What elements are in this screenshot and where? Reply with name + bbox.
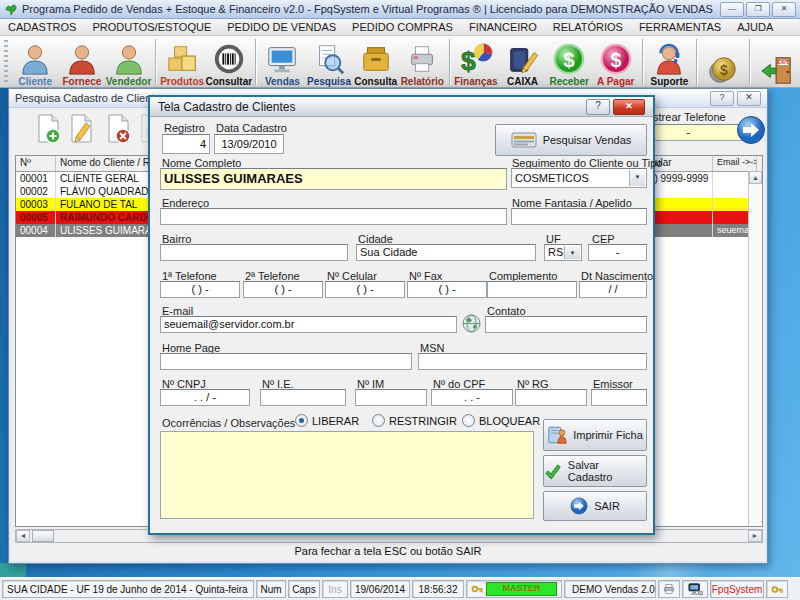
- exit-arrow-icon: [570, 497, 588, 515]
- toolbar-pesquisa-button[interactable]: Pesquisa: [306, 37, 353, 87]
- red-dollar-ball-icon: $: [599, 42, 633, 76]
- menu-produtos-estoque[interactable]: PRODUTOS/ESTOQUE: [84, 21, 219, 33]
- toolbar-separator: [696, 39, 697, 85]
- master-badge: MASTER: [486, 582, 557, 596]
- complemento-field[interactable]: [487, 281, 577, 298]
- edit-record-icon[interactable]: [69, 113, 95, 145]
- dialog-help-icon[interactable]: ?: [586, 99, 610, 115]
- col-header-email[interactable]: Email ->->->: [713, 156, 757, 171]
- data-cadastro-field[interactable]: 13/09/2010: [214, 134, 284, 154]
- cnpj-field[interactable]: . . / -: [160, 389, 250, 406]
- imprimir-ficha-button[interactable]: Imprimir Ficha: [543, 419, 647, 451]
- status-key[interactable]: [766, 580, 788, 598]
- nome-completo-field[interactable]: ULISSES GUIMARAES: [160, 168, 507, 190]
- close-icon[interactable]: ✕: [772, 2, 796, 17]
- tel1-field[interactable]: ( ) -: [160, 281, 240, 298]
- barcode-icon: [212, 42, 246, 76]
- im-field[interactable]: [355, 389, 427, 406]
- toolbar-vendas-button[interactable]: Vendas: [259, 37, 306, 87]
- pesquisar-vendas-button[interactable]: Pesquisar Vendas: [495, 124, 647, 156]
- email-field[interactable]: seuemail@servidor.com.br: [160, 316, 457, 333]
- toolbar-coin-button[interactable]: $: [700, 37, 747, 87]
- seguimento-select[interactable]: COSMETICOS ▼: [511, 168, 647, 188]
- uf-select[interactable]: RS ▼: [544, 244, 582, 261]
- vertical-scrollbar[interactable]: ▲: [748, 171, 762, 526]
- toolbar-consulta-button[interactable]: Consulta: [352, 37, 399, 87]
- toolbar-relatorio-button[interactable]: Relatório: [399, 37, 446, 87]
- scrollbar-thumb[interactable]: [32, 530, 54, 542]
- toolbar-produtos-button[interactable]: Produtos: [159, 37, 206, 87]
- celular-field[interactable]: ( ) -: [325, 281, 405, 298]
- toolbar-receber-button[interactable]: $ Receber: [546, 37, 593, 87]
- book-pencil-icon: [506, 42, 540, 76]
- menu-cadastros[interactable]: CADASTROS: [0, 21, 84, 33]
- msn-field[interactable]: [418, 353, 647, 370]
- toolbar-financas-button[interactable]: $ Finanças: [453, 37, 500, 87]
- svg-text:$: $: [720, 61, 728, 77]
- green-dollar-ball-icon: $: [552, 42, 586, 76]
- toolbar-caixa-button[interactable]: CAIXA: [499, 37, 546, 87]
- minimize-icon[interactable]: —: [720, 2, 744, 17]
- dollar-pie-icon: $: [459, 42, 493, 76]
- ie-field[interactable]: [260, 389, 346, 406]
- maximize-icon[interactable]: ❒: [746, 2, 770, 17]
- toolbar-consultar-button[interactable]: Consultar: [205, 37, 252, 87]
- registro-field[interactable]: 4: [162, 134, 210, 154]
- chevron-down-icon[interactable]: ▼: [629, 170, 645, 186]
- help-icon[interactable]: ?: [710, 91, 734, 106]
- scroll-right-icon[interactable]: ►: [748, 530, 762, 542]
- radio-bloquear[interactable]: BLOQUEAR: [462, 414, 540, 427]
- rg-field[interactable]: [515, 389, 587, 406]
- rastrear-go-button[interactable]: [736, 115, 766, 145]
- scroll-left-icon[interactable]: ◄: [16, 530, 30, 542]
- send-email-icon[interactable]: [462, 314, 481, 333]
- menu-ajuda[interactable]: AJUDA: [729, 21, 781, 33]
- toolbar-separator: [255, 39, 256, 85]
- menu-financeiro[interactable]: FINANCEIRO: [461, 21, 545, 33]
- menu-relatorios[interactable]: RELATÓRIOS: [545, 21, 631, 33]
- emissor-field[interactable]: [591, 389, 647, 406]
- fax-field[interactable]: ( ) -: [407, 281, 487, 298]
- nome-fantasia-field[interactable]: [511, 208, 647, 225]
- toolbar-vendedor-button[interactable]: Vendedor: [105, 37, 152, 87]
- cpf-field[interactable]: . . -: [431, 389, 513, 406]
- chevron-down-icon[interactable]: ▼: [564, 246, 580, 259]
- add-record-icon[interactable]: [36, 113, 62, 145]
- dialog-title: Tela Cadastro de Clientes: [158, 100, 295, 114]
- cidade-field[interactable]: Sua Cidade: [356, 244, 536, 261]
- menu-ferramentas[interactable]: FERRAMENTAS: [631, 21, 729, 33]
- tel2-field[interactable]: ( ) -: [243, 281, 323, 298]
- toolbar-suporte-button[interactable]: Suporte: [646, 37, 693, 87]
- cep-field[interactable]: -: [588, 244, 647, 261]
- ocorrencias-textarea[interactable]: [160, 431, 534, 519]
- close-icon[interactable]: ✕: [737, 91, 761, 106]
- ocorrencias-label: Ocorrências / Observações: [162, 417, 295, 429]
- dt-nascimento-field[interactable]: / /: [579, 281, 647, 298]
- home-page-field[interactable]: [160, 353, 412, 370]
- svg-text:EXIT: EXIT: [777, 59, 789, 65]
- toolbar-a-pagar-button[interactable]: $ A Pagar: [592, 37, 639, 87]
- status-brand: FpqSystem: [710, 580, 764, 598]
- salvar-cadastro-button[interactable]: Salvar Cadastro: [543, 455, 647, 487]
- computer-icon: [688, 583, 703, 596]
- toolbar-fornece-button[interactable]: Fornece: [59, 37, 106, 87]
- sair-button[interactable]: SAIR: [543, 491, 647, 521]
- col-header-num[interactable]: Nº: [16, 156, 56, 171]
- search-window-footer-hint: Para fechar a tela ESC ou botão SAIR: [9, 545, 767, 557]
- toolbar-exit-button[interactable]: EXIT: [753, 37, 800, 87]
- scroll-up-icon[interactable]: ▲: [749, 171, 762, 184]
- status-computer[interactable]: [682, 580, 708, 598]
- radio-liberar[interactable]: LIBERAR: [295, 414, 359, 427]
- title-bar: Programa Pedido de Vendas + Estoque & Fi…: [0, 0, 800, 19]
- menu-pedido-de-vendas[interactable]: PEDIDO DE VENDAS: [219, 21, 344, 33]
- contato-field[interactable]: [485, 316, 647, 333]
- radio-restringir[interactable]: RESTRINGIR: [372, 414, 457, 427]
- toolbar-separator: [749, 39, 750, 85]
- dialog-close-icon[interactable]: ✕: [613, 99, 645, 115]
- endereco-field[interactable]: [160, 208, 507, 225]
- delete-record-icon[interactable]: [106, 113, 132, 145]
- status-printer[interactable]: [658, 580, 680, 598]
- toolbar-cliente-button[interactable]: Cliente: [12, 37, 59, 87]
- bairro-field[interactable]: [160, 244, 348, 261]
- menu-pedido-compras[interactable]: PEDIDO COMPRAS: [344, 21, 461, 33]
